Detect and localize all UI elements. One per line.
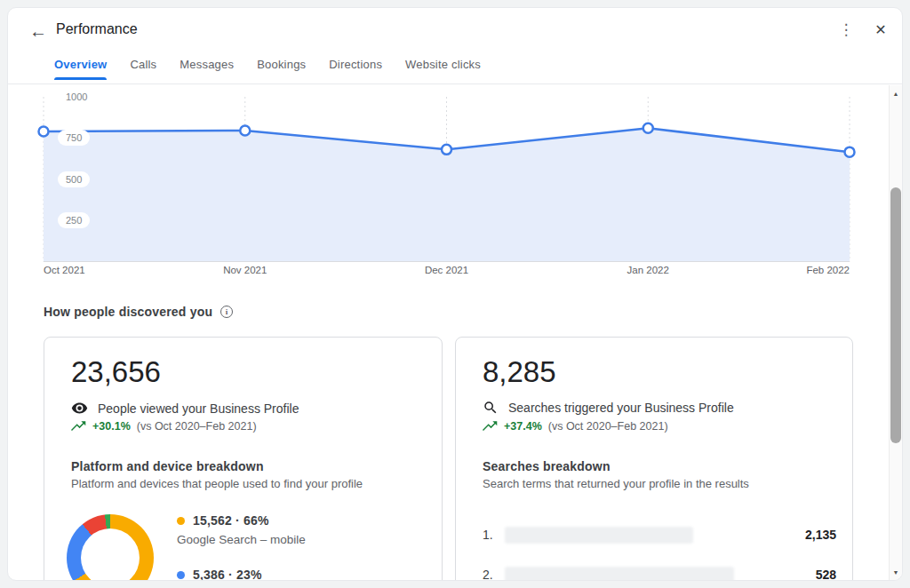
y-tick-label: 250: [58, 212, 90, 228]
search-term-rank: 2.: [483, 568, 505, 581]
close-icon[interactable]: ✕: [869, 18, 892, 41]
eye-icon: [71, 400, 88, 417]
search-term-redacted: [505, 527, 693, 544]
searches-delta: +37.4%: [504, 420, 542, 433]
views-label-row: People viewed your Business Profile: [71, 400, 299, 417]
views-label: People viewed your Business Profile: [98, 401, 299, 416]
x-tick-label: Nov 2021: [210, 265, 281, 275]
card-searches: 8,285 Searches triggered your Business P…: [455, 337, 853, 581]
tab-calls[interactable]: Calls: [130, 52, 156, 80]
search-term-row: 2. 528: [483, 565, 836, 581]
search-term-value: 2,135: [805, 528, 836, 542]
search-term-rank: 1.: [483, 528, 505, 542]
search-term-row: 1. 2,135: [483, 525, 836, 544]
platform-breakdown-title: Platform and device breakdown: [71, 459, 264, 473]
legend-value-mobile: 15,562 · 66%: [193, 513, 269, 528]
tab-website-clicks[interactable]: Website clicks: [405, 52, 481, 80]
search-term-redacted: [505, 567, 734, 582]
x-tick-label: Dec 2021: [411, 265, 483, 275]
donut-hole: [81, 528, 140, 581]
searches-breakdown-title: Searches breakdown: [483, 459, 611, 473]
scroll-down-icon[interactable]: ▼: [890, 566, 902, 578]
scrollbar[interactable]: ▲ ▼: [889, 85, 902, 580]
info-icon[interactable]: i: [220, 306, 233, 318]
search-term-value: 528: [816, 568, 836, 581]
platform-donut-chart[interactable]: [67, 514, 154, 581]
card-profile-views: 23,656 People viewed your Business Profi…: [44, 337, 443, 581]
x-tick-label: Oct 2021: [44, 265, 115, 275]
trending-up-icon: [483, 421, 498, 432]
tab-directions[interactable]: Directions: [329, 52, 382, 80]
views-delta: +30.1%: [92, 420, 131, 433]
x-tick-label: Feb 2022: [778, 265, 850, 275]
header-divider: [8, 83, 903, 84]
searches-breakdown-subtitle: Search terms that returned your profile …: [483, 477, 749, 490]
y-tick-label: 1000: [58, 89, 95, 105]
trending-up-icon: [71, 421, 86, 432]
legend-value-blue: 5,386 · 23%: [193, 568, 262, 581]
x-tick-label: Jan 2022: [612, 265, 683, 275]
views-trend-chart[interactable]: [8, 90, 902, 267]
page-title: Performance: [56, 21, 138, 37]
more-options-icon[interactable]: ⋮: [834, 18, 858, 41]
y-tick-label: 750: [58, 130, 90, 146]
views-delta-context: (vs Oct 2020–Feb 2021): [137, 420, 257, 433]
searches-count: 8,285: [483, 355, 556, 389]
views-delta-row: +30.1% (vs Oct 2020–Feb 2021): [71, 420, 257, 433]
platform-breakdown-subtitle: Platform and devices that people used to…: [71, 477, 363, 490]
legend-item-mobile: 15,562 · 66%: [177, 513, 269, 528]
performance-panel: ← Performance ⋮ ✕ Overview Calls Message…: [7, 7, 903, 581]
search-icon: [483, 400, 499, 416]
section-title-discovery: How people discovered you i: [44, 305, 233, 319]
tab-messages[interactable]: Messages: [180, 52, 234, 80]
searches-label: Searches triggered your Business Profile: [508, 401, 734, 415]
legend-dot-blue: [177, 571, 185, 579]
legend-sublabel-mobile: Google Search – mobile: [177, 533, 306, 546]
section-title-text: How people discovered you: [44, 305, 212, 319]
scroll-up-icon[interactable]: ▲: [890, 87, 902, 99]
tab-bar: Overview Calls Messages Bookings Directi…: [54, 52, 481, 80]
scrollbar-thumb[interactable]: [890, 187, 901, 443]
searches-label-row: Searches triggered your Business Profile: [483, 400, 734, 416]
tab-overview[interactable]: Overview: [54, 52, 107, 80]
views-count: 23,656: [71, 355, 161, 389]
searches-delta-row: +37.4% (vs Oct 2020–Feb 2021): [483, 420, 668, 433]
back-arrow-icon[interactable]: ←: [26, 19, 51, 44]
searches-delta-context: (vs Oct 2020–Feb 2021): [548, 420, 668, 433]
legend-dot-orange: [177, 517, 185, 525]
y-tick-label: 500: [58, 171, 90, 187]
tab-bookings[interactable]: Bookings: [257, 52, 306, 80]
legend-item-blue: 5,386 · 23%: [177, 568, 262, 581]
